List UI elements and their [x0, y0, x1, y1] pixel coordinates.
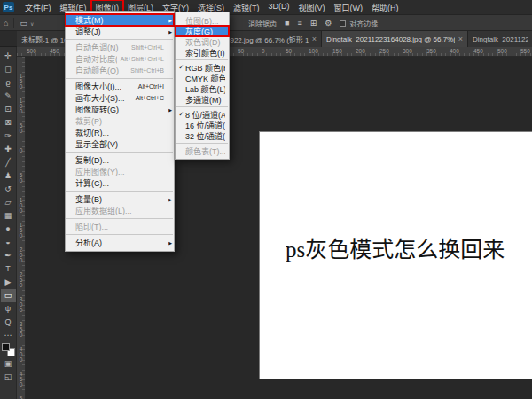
menu-item: 应用图像(Y)...	[66, 166, 174, 177]
menu-item[interactable]: 16 位/通道(N)	[176, 120, 229, 130]
image-menu-dropdown: 模式(M)▶调整(J)▶自动色调(N)Shift+Ctrl+L自动对比度(U)A…	[65, 11, 175, 252]
hand-tool[interactable]: ψ	[1, 302, 16, 316]
menu-item[interactable]: 32 位/通道(H)	[176, 130, 229, 141]
menu-item[interactable]: 变量(B)▶	[66, 193, 174, 205]
menu-item[interactable]: 裁切(R)...	[66, 127, 174, 138]
lasso-tool[interactable]: ϱ	[1, 76, 16, 90]
ruler-label: 150	[18, 222, 24, 238]
align-edges-checkbox[interactable]	[340, 20, 346, 27]
menu-item[interactable]: 调整(J)▶	[66, 26, 174, 37]
eyedropper-tool[interactable]: ✑	[1, 129, 16, 143]
menu-item[interactable]: CMYK 颜色(C)	[176, 73, 229, 83]
eraser-tool[interactable]: ▱	[1, 196, 16, 209]
menu-item[interactable]: 多通道(M)	[176, 94, 229, 105]
menu-item[interactable]: 显示全部(V)	[66, 138, 174, 150]
menu-item: 自动颜色(O)Shift+Ctrl+B	[66, 65, 174, 76]
gear-icon[interactable]: ⚙	[325, 20, 332, 27]
menu-item[interactable]: 画布大小(S)...Alt+Ctrl+C	[66, 92, 174, 104]
menu-item[interactable]: 分析(A)▶	[66, 237, 174, 248]
dodge-tool[interactable]: ◒	[1, 236, 16, 249]
tab-close-icon[interactable]: ×	[312, 35, 317, 43]
submenu-arrow-icon: ▶	[168, 197, 172, 202]
type-tool[interactable]: T	[1, 262, 16, 276]
document-tab[interactable]: Dingtalk_20211223165	[468, 31, 532, 47]
screen-mode-button[interactable]: ◱	[1, 371, 16, 384]
foreground-color-swatch[interactable]	[2, 343, 10, 351]
ruler-label: 150	[332, 48, 342, 54]
clone-stamp-tool[interactable]: ♟	[1, 169, 16, 183]
zoom-tool[interactable]: Q	[1, 316, 16, 329]
ruler-label: 200	[356, 48, 365, 54]
menu-item-label: 调整(J)	[75, 26, 170, 37]
document-tab[interactable]: Dingtalk_20211223164028.jpg @ 66.7%(RGB/…	[322, 31, 468, 47]
menu-item: 位图(B)...	[176, 15, 229, 26]
ruler-label: 450	[473, 48, 483, 54]
submenu-arrow-icon: ▶	[168, 29, 172, 35]
more-tools[interactable]: ⋯	[1, 329, 16, 342]
ruler-label: 100	[309, 48, 318, 54]
marquee-tool[interactable]: ◻	[1, 63, 16, 76]
menu-item[interactable]: 计算(C)...	[66, 177, 174, 189]
options-right-icons: ■≡⊞⚙	[285, 20, 332, 27]
rectangle-tool-preset-icon[interactable]: ▭	[20, 20, 27, 27]
tab-label: Dingtalk_20211223164028.jpg @ 66.7%(RGB/…	[326, 35, 455, 43]
menubar-item[interactable]: 文件(F)	[20, 0, 56, 15]
toolbar: ✛◻ϱ✎⊡⊠✑✚╱♟↺▱▦●◒✒T▶▭ψQ⋯▣◱	[0, 47, 17, 399]
ruler-label: 350	[426, 48, 436, 54]
color-swatches[interactable]	[2, 343, 15, 356]
menu-item-label: 裁切(R)...	[75, 127, 170, 138]
menu-separator	[66, 218, 173, 219]
menu-item-label: 计算(C)...	[75, 177, 170, 189]
ruler-label: 300	[18, 296, 24, 312]
crop-tool[interactable]: ⊡	[1, 103, 16, 116]
menu-item-label: 颜色表(T)...	[185, 145, 225, 157]
home-icon[interactable]: ⌂	[4, 20, 8, 27]
frame-tool[interactable]: ⊠	[1, 116, 16, 129]
ruler-label: 350	[18, 321, 24, 337]
menubar-item[interactable]: 滤镜(T)	[229, 0, 264, 15]
photoshop-logo: Ps	[3, 2, 14, 12]
menubar-item[interactable]: 窗口(W)	[330, 0, 368, 15]
quick-mask-button[interactable]: ▣	[1, 357, 16, 371]
path-operations-icon[interactable]: ■	[285, 20, 289, 27]
arrange-icon[interactable]: ⊞	[310, 20, 317, 27]
menubar-item[interactable]: 帮助(H)	[367, 0, 403, 15]
pen-tool[interactable]: ✒	[1, 249, 16, 262]
menu-item-label: 应用数据组(L)...	[75, 205, 170, 216]
history-brush-tool[interactable]: ↺	[1, 183, 16, 196]
tab-close-icon[interactable]: ×	[458, 35, 463, 43]
quick-selection-tool[interactable]: ✎	[1, 90, 16, 103]
menu-item[interactable]: 灰度(G)	[176, 26, 229, 36]
ruler-label: 100	[18, 98, 24, 113]
brush-tool[interactable]: ╱	[1, 156, 16, 169]
ruler-label: 50	[238, 48, 244, 54]
submenu-arrow-icon: ▶	[168, 18, 172, 23]
ruler-label: 450	[18, 371, 24, 387]
menu-item[interactable]: 索引颜色(I)...	[176, 47, 229, 58]
menu-item[interactable]: ✓RGB 颜色(R)	[176, 62, 229, 73]
menu-item: 陷印(T)...	[66, 221, 174, 232]
path-selection-tool[interactable]: ▶	[1, 276, 16, 289]
ruler-label: 200	[18, 246, 24, 262]
menu-shortcut: Shift+Ctrl+B	[130, 67, 164, 74]
move-tool[interactable]: ✛	[1, 50, 16, 63]
menu-item-label: 复制(D)...	[75, 154, 170, 166]
align-icon[interactable]: ≡	[297, 20, 301, 27]
menu-item[interactable]: 模式(M)▶	[66, 14, 174, 26]
menu-item[interactable]: Lab 颜色(L)	[176, 83, 229, 94]
align-edges-checkbox-group[interactable]: 对齐边缘	[340, 19, 378, 28]
menu-item-label: 画布大小(S)...	[75, 92, 132, 104]
menu-item: 自动色调(N)Shift+Ctrl+L	[66, 42, 174, 53]
menubar-item[interactable]: 视图(V)	[294, 0, 330, 15]
menu-item[interactable]: 复制(D)...	[66, 154, 174, 166]
menu-item[interactable]: ✓8 位/通道(A)	[176, 109, 229, 120]
menu-item: 自动对比度(U)Alt+Shift+Ctrl+L	[66, 53, 174, 65]
menu-item[interactable]: 图像旋转(G)▶	[66, 104, 174, 115]
menu-item[interactable]: 图像大小(I)...Alt+Ctrl+I	[66, 81, 174, 92]
healing-brush-tool[interactable]: ✚	[1, 143, 16, 156]
blur-tool[interactable]: ●	[1, 223, 16, 236]
rectangle-tool[interactable]: ▭	[1, 289, 16, 302]
caret-down-icon[interactable]: ∨	[30, 20, 34, 27]
menubar-item[interactable]: 3D(D)	[264, 0, 294, 15]
gradient-tool[interactable]: ▦	[1, 209, 16, 223]
